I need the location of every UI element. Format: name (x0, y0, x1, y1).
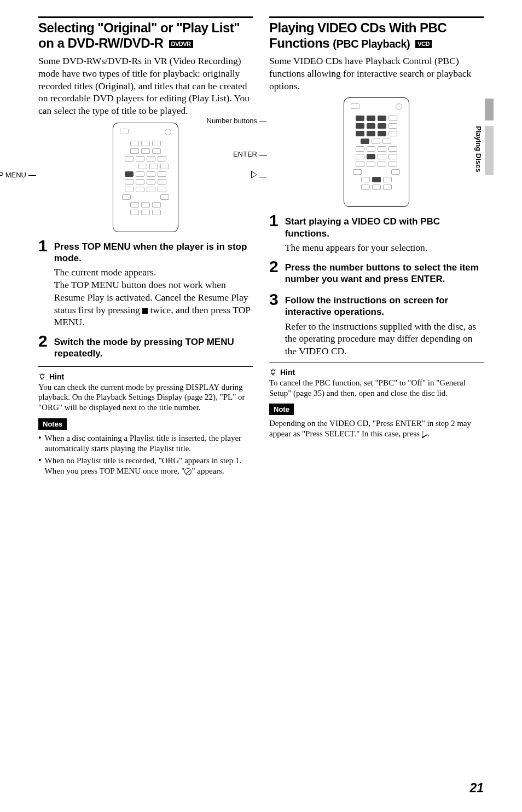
notes-badge: Notes (38, 418, 67, 430)
left-step-2: 2 Switch the mode by pressing TOP MENU r… (38, 333, 253, 362)
step-heading: Switch the mode by pressing TOP MENU rep… (54, 336, 253, 360)
stop-icon (142, 308, 148, 314)
remote-diagram-left: TOP MENU (38, 123, 253, 232)
note-bullet: When no Playlist title is recorded, "ORG… (38, 456, 253, 476)
hint-text: You can check the current mode by pressi… (38, 382, 253, 413)
step-text: The TOP MENU button does not work when R… (54, 279, 253, 329)
play-icon (422, 431, 428, 439)
step-heading: Follow the instructions on screen for in… (285, 295, 484, 318)
step-text: The current mode appears. (54, 266, 253, 279)
svg-line-4 (44, 373, 45, 374)
note-text: Depending on the VIDEO CD, "Press ENTER"… (269, 418, 484, 439)
lightbulb-icon (38, 373, 46, 381)
step-heading: Press TOP MENU when the player is in sto… (54, 241, 253, 264)
step-text: Refer to the instructions supplied with … (285, 320, 484, 358)
hint-header: Hint (269, 368, 484, 377)
right-title-sub: (PBC Playback) (333, 38, 410, 50)
prohibit-icon (184, 468, 192, 475)
page-number: 21 (469, 781, 484, 796)
left-title-text: Selecting "Original" or "Play List" on a… (38, 20, 240, 50)
step-number: 2 (38, 333, 48, 349)
right-step-1: 1 Start playing a VIDEO CD with PBC func… (269, 212, 484, 254)
step-number: 3 (269, 291, 279, 308)
svg-rect-1 (42, 378, 43, 379)
svg-point-5 (271, 370, 275, 374)
dvdvr-badge: DVDVR (169, 40, 193, 48)
vcd-badge: VCD (415, 40, 432, 48)
svg-line-9 (275, 370, 276, 370)
lightbulb-icon (269, 368, 277, 376)
number-buttons-label: Number buttons (207, 117, 270, 125)
step-heading: Press the number buttons to select the i… (285, 262, 484, 285)
right-column: Playing VIDEO CDs With PBC Functions (PB… (269, 16, 484, 479)
right-intro: Some VIDEO CDs have Playback Control (PB… (269, 55, 484, 92)
hint-label: Hint (280, 368, 295, 377)
svg-line-3 (39, 373, 40, 374)
svg-point-0 (40, 374, 44, 378)
step-text: The menu appears for your selection. (285, 241, 484, 254)
right-section-title: Playing VIDEO CDs With PBC Functions (PB… (269, 20, 484, 50)
step-number: 1 (38, 238, 48, 254)
left-intro: Some DVD-RWs/DVD-Rs in VR (Video Recordi… (38, 55, 253, 117)
step-number: 2 (269, 258, 279, 275)
left-column: Selecting "Original" or "Play List" on a… (38, 16, 253, 479)
play-label (251, 171, 269, 180)
remote-diagram-right: Number buttons ENTER (269, 97, 484, 207)
svg-rect-6 (272, 374, 274, 375)
note-badge: Note (269, 404, 294, 415)
note-bullet: When a disc containing a Playlist title … (38, 433, 253, 454)
svg-line-8 (270, 370, 271, 370)
top-menu-label: TOP MENU (0, 171, 38, 179)
hint-label: Hint (49, 372, 64, 381)
hint-header: Hint (38, 372, 253, 381)
hint-text: To cancel the PBC function, set "PBC" to… (269, 378, 484, 399)
play-icon (251, 171, 257, 178)
step-heading: Start playing a VIDEO CD with PBC functi… (285, 216, 484, 239)
step-number: 1 (269, 212, 279, 229)
right-step-2: 2 Press the number buttons to select the… (269, 258, 484, 287)
enter-label: ENTER (233, 150, 269, 158)
left-section-title: Selecting "Original" or "Play List" on a… (38, 20, 253, 50)
right-step-3: 3 Follow the instructions on screen for … (269, 291, 484, 358)
left-step-1: 1 Press TOP MENU when the player is in s… (38, 238, 253, 329)
